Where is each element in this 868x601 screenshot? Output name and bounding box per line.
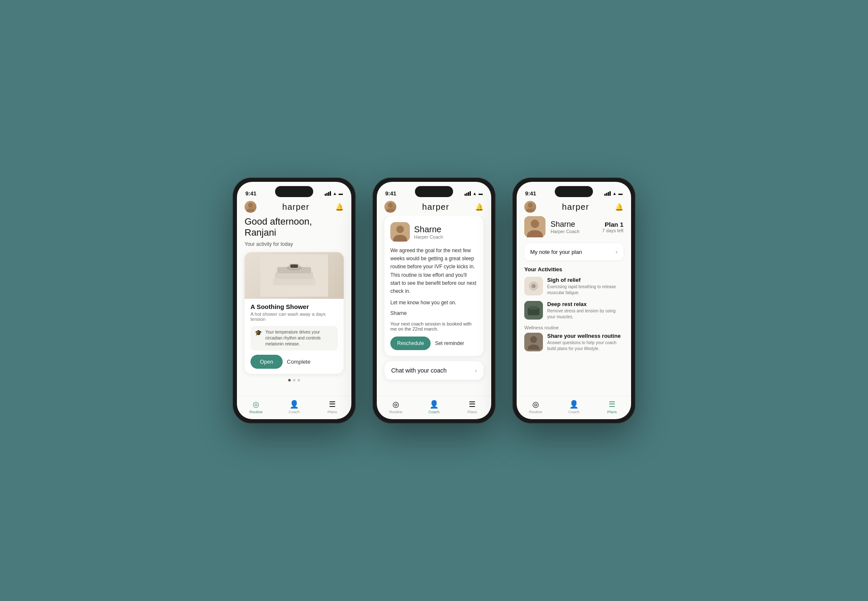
plan-number: Plan 1 [602, 221, 623, 228]
activity-text-1: Sigh of relief Exercising rapid breathin… [547, 277, 623, 296]
svg-point-10 [396, 225, 404, 233]
chat-row[interactable]: Chat with your coach › [384, 361, 484, 380]
complete-button[interactable]: Complete [287, 359, 311, 365]
bell-icon-1[interactable]: 🔔 [335, 203, 344, 211]
activity-card: A Soothing Shower A hot shower can wash … [245, 252, 344, 374]
phone-2: 9:41 ▲ ▬ [373, 178, 495, 423]
battery-icon-2: ▬ [479, 191, 483, 196]
nav-routine-2[interactable]: ◎ Routine [384, 400, 408, 414]
plan-coach-info: Sharne Harper Coach [551, 220, 597, 234]
screen-content-2: Sharne Harper Coach We agreed the goal f… [377, 216, 491, 396]
routine-icon-2: ◎ [392, 400, 399, 409]
plans-label-2: Plans [467, 410, 477, 414]
activity-name-2: Deep rest relax [547, 301, 623, 307]
bottom-nav-2: ◎ Routine 👤 Coach ☰ Plans [377, 396, 491, 419]
nav-routine-1[interactable]: ◎ Routine [245, 400, 268, 414]
activity-image [245, 252, 344, 299]
nav-routine-3[interactable]: ◎ Routine [524, 400, 548, 414]
nav-coach-2[interactable]: 👤 Coach [423, 400, 446, 414]
avatar-3 [524, 201, 536, 213]
plans-icon-3: ☰ [609, 400, 615, 409]
plan-coach-name: Sharne [551, 220, 597, 229]
app-header-3: harper 🔔 [517, 199, 631, 216]
app-logo-3: harper [562, 202, 589, 212]
svg-point-0 [248, 203, 253, 208]
phone-3: 9:41 ▲ ▬ [512, 178, 635, 423]
reminder-button[interactable]: Set reminder [435, 340, 464, 346]
tip-row: 🎓 Your temperature drives your circadian… [250, 326, 338, 351]
activity-item-1: Sigh of relief Exercising rapid breathin… [524, 277, 623, 296]
coach-message-1: We agreed the goal for the next few week… [390, 247, 478, 295]
svg-point-16 [531, 284, 536, 288]
activity-desc-2: Remove stress and tension by using your … [547, 308, 623, 320]
activity-thumb-1 [524, 277, 543, 295]
plans-icon-2: ☰ [469, 400, 476, 409]
chat-label: Chat with your coach [391, 367, 447, 374]
phone-2-screen: 9:41 ▲ ▬ [377, 182, 491, 419]
avatar-2 [384, 201, 396, 213]
greeting-text: Good afternoon,Ranjani [245, 216, 344, 239]
nav-plans-2[interactable]: ☰ Plans [461, 400, 484, 414]
note-label: My note for your plan [530, 249, 582, 255]
coach-card: Sharne Harper Coach We agreed the goal f… [384, 216, 484, 356]
nav-plans-3[interactable]: ☰ Plans [601, 400, 624, 414]
activity-item-2: Deep rest relax Remove stress and tensio… [524, 301, 623, 320]
coach-actions: Reschedule Set reminder [390, 337, 478, 350]
bottom-nav-1: ◎ Routine 👤 Coach ☰ Plans [237, 396, 351, 419]
wifi-icon-2: ▲ [473, 191, 477, 196]
dot-2 [293, 379, 295, 381]
status-icons-2: ▲ ▬ [465, 191, 483, 196]
routine-icon-3: ◎ [532, 400, 539, 409]
coach-name-2: Sharne [414, 225, 443, 234]
dynamic-island-3 [555, 186, 593, 197]
note-row[interactable]: My note for your plan › [524, 243, 623, 260]
svg-rect-19 [529, 306, 538, 309]
routine-label-2: Routine [389, 410, 402, 414]
avatar-1 [245, 201, 256, 213]
bottom-nav-3: ◎ Routine 👤 Coach ☰ Plans [517, 396, 631, 419]
plan-days: 7 days left [602, 228, 623, 233]
bell-icon-3[interactable]: 🔔 [615, 203, 623, 211]
coach-message-2: Let me know how you get on. [390, 299, 478, 307]
nav-plans-1[interactable]: ☰ Plans [321, 400, 344, 414]
battery-icon-1: ▬ [339, 191, 343, 196]
status-icons-3: ▲ ▬ [604, 191, 623, 196]
app-logo-1: harper [282, 202, 309, 212]
plan-coach-avatar [524, 216, 545, 237]
your-activities-title: Your Activities [524, 266, 623, 273]
activity-item-3: Share your wellness routine Answer quest… [524, 333, 623, 352]
plan-info: Plan 1 7 days left [602, 221, 623, 233]
coach-icon-1: 👤 [289, 400, 299, 409]
chevron-icon-chat: › [475, 367, 477, 374]
reschedule-button[interactable]: Reschedule [390, 337, 431, 350]
coach-label-2: Coach [428, 410, 440, 414]
routine-label-3: Routine [529, 410, 542, 414]
status-icons-1: ▲ ▬ [325, 191, 343, 196]
app-header-2: harper 🔔 [377, 199, 491, 216]
activity-desc: A hot shower can wash away a days tensio… [250, 312, 338, 322]
battery-icon-3: ▬ [618, 191, 623, 196]
signal-3 [604, 191, 611, 196]
coach-icon-3: 👤 [569, 400, 579, 409]
dynamic-island-1 [275, 186, 313, 197]
signal-2 [465, 191, 471, 196]
activity-thumb-3 [524, 333, 543, 351]
nav-coach-1[interactable]: 👤 Coach [283, 400, 306, 414]
dot-3 [298, 379, 300, 381]
bell-icon-2[interactable]: 🔔 [475, 203, 484, 211]
nav-coach-3[interactable]: 👤 Coach [562, 400, 586, 414]
plans-label-1: Plans [328, 410, 337, 414]
dot-1 [288, 379, 291, 381]
signal-1 [325, 191, 331, 196]
svg-point-8 [388, 203, 393, 208]
open-button[interactable]: Open [250, 355, 283, 369]
activity-text-3: Share your wellness routine Answer quest… [547, 333, 623, 352]
coach-avatar-2 [390, 222, 410, 242]
tip-icon: 🎓 [255, 329, 262, 336]
app-logo-2: harper [422, 202, 449, 212]
svg-point-11 [528, 203, 533, 208]
coach-header: Sharne Harper Coach [390, 222, 478, 242]
plan-coach-title: Harper Coach [551, 229, 597, 234]
activity-title: A Soothing Shower [250, 303, 338, 310]
tip-text: Your temperature drives your circadian r… [265, 329, 334, 347]
